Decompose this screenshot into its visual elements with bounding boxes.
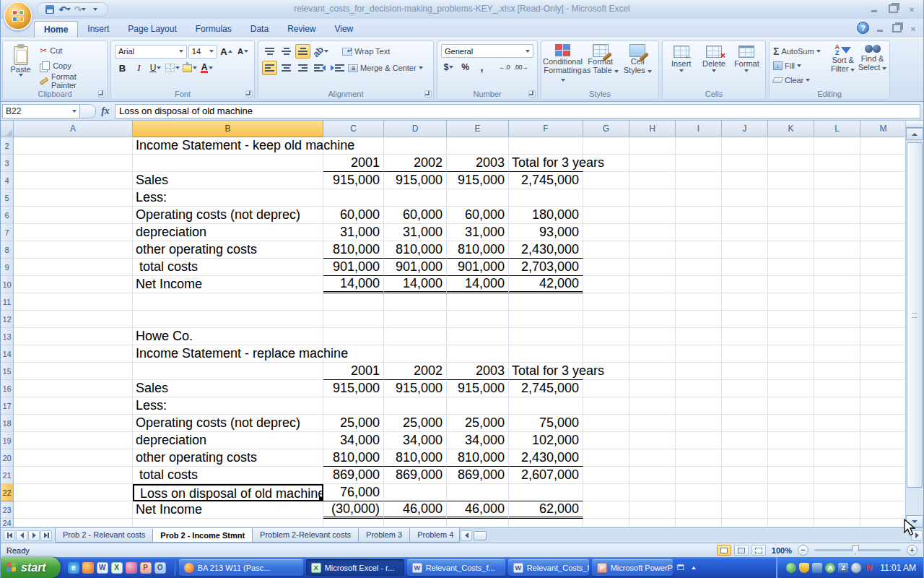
taskbar-button-microsoft-powerpo[interactable]: PMicrosoft PowerPo...	[592, 559, 673, 576]
row-header-18[interactable]: 18	[1, 415, 14, 432]
cell-E7[interactable]: 31,000	[447, 224, 509, 241]
cell-I15[interactable]	[676, 363, 722, 380]
column-header-E[interactable]: E	[447, 121, 509, 137]
cell-D11[interactable]	[384, 293, 447, 311]
cell-B3[interactable]	[133, 155, 323, 172]
cell-E5[interactable]	[447, 189, 509, 207]
cell-K19[interactable]	[768, 432, 814, 449]
cell-G4[interactable]	[583, 172, 629, 189]
cell-L7[interactable]	[814, 224, 860, 241]
row-header-15[interactable]: 15	[1, 363, 14, 380]
cell-E6[interactable]: 60,000	[447, 207, 509, 224]
cell-A6[interactable]	[14, 207, 133, 224]
cell-K22[interactable]	[768, 484, 814, 501]
cell-A5[interactable]	[14, 189, 133, 207]
cell-M21[interactable]	[860, 467, 907, 484]
cell-K10[interactable]	[768, 276, 814, 293]
column-header-A[interactable]: A	[14, 121, 133, 137]
number-dialog-launcher[interactable]	[528, 90, 536, 98]
clipboard-dialog-launcher[interactable]	[98, 90, 105, 98]
hidden-icons-button[interactable]	[687, 561, 700, 575]
cell-I23[interactable]	[676, 501, 722, 519]
cell-H16[interactable]	[629, 380, 676, 397]
tray-blue-tool-icon[interactable]	[812, 563, 822, 573]
cell-A15[interactable]	[14, 363, 133, 380]
delete-cells-button[interactable]: × Delete	[697, 43, 730, 90]
cell-I24[interactable]	[676, 519, 722, 527]
tray-green-ball-icon[interactable]	[786, 563, 796, 573]
cell-H13[interactable]	[629, 328, 676, 345]
cell-J8[interactable]	[722, 241, 768, 259]
clear-button[interactable]: Clear	[773, 73, 828, 87]
cell-D24[interactable]	[384, 519, 447, 527]
cell-E22[interactable]	[447, 484, 509, 501]
ribbon-tab-formulas[interactable]: Formulas	[186, 21, 241, 38]
cell-F13[interactable]	[509, 328, 583, 345]
cell-J22[interactable]	[722, 484, 768, 501]
cell-F14[interactable]	[509, 345, 583, 363]
cell-H21[interactable]	[629, 467, 676, 484]
cell-B17[interactable]: Less:	[133, 397, 323, 415]
cell-D5[interactable]	[384, 189, 447, 207]
cell-K6[interactable]	[768, 207, 814, 224]
cell-H22[interactable]	[629, 484, 676, 501]
paste-button[interactable]: Paste	[5, 43, 36, 90]
cell-G23[interactable]	[583, 501, 629, 519]
ribbon-tab-insert[interactable]: Insert	[78, 21, 118, 38]
ribbon-tab-page-layout[interactable]: Page Layout	[118, 21, 186, 38]
cell-H6[interactable]	[629, 207, 676, 224]
page-break-view-button[interactable]	[751, 545, 766, 556]
cell-L5[interactable]	[814, 189, 860, 207]
cell-A16[interactable]	[14, 380, 133, 397]
cell-K16[interactable]	[768, 380, 814, 397]
word-quicklaunch-icon[interactable]: W	[97, 562, 108, 574]
column-header-F[interactable]: F	[509, 121, 583, 137]
cell-L14[interactable]	[814, 345, 860, 363]
cell-C11[interactable]	[323, 293, 384, 311]
cell-G6[interactable]	[583, 207, 629, 224]
cell-D6[interactable]: 60,000	[384, 207, 447, 224]
row-header-13[interactable]: 13	[1, 328, 14, 345]
cell-G14[interactable]	[583, 345, 629, 363]
row-header-16[interactable]: 16	[1, 380, 14, 397]
cell-F19[interactable]: 102,000	[509, 432, 583, 449]
cell-H18[interactable]	[629, 415, 676, 432]
name-box[interactable]: B22	[2, 104, 80, 118]
cell-C5[interactable]	[323, 189, 384, 207]
cell-J23[interactable]	[722, 501, 768, 519]
cell-A12[interactable]	[14, 311, 133, 328]
cell-K11[interactable]	[768, 293, 814, 311]
cell-A17[interactable]	[14, 397, 133, 415]
cell-B13[interactable]: Howe Co.	[133, 328, 323, 345]
column-header-D[interactable]: D	[384, 121, 447, 137]
find-select-button[interactable]: Find &Select	[858, 43, 887, 90]
cell-B24[interactable]	[133, 519, 323, 527]
zoom-slider-thumb[interactable]	[852, 545, 859, 555]
cell-A11[interactable]	[14, 293, 133, 311]
cell-M6[interactable]	[860, 207, 907, 224]
cell-G20[interactable]	[583, 449, 629, 467]
cell-G11[interactable]	[583, 293, 629, 311]
number-format-select[interactable]: General	[441, 44, 533, 58]
grow-font-button[interactable]: A	[219, 44, 234, 59]
cell-C17[interactable]	[323, 397, 384, 415]
cell-G17[interactable]	[583, 397, 629, 415]
cell-M8[interactable]	[860, 241, 907, 259]
cell-D2[interactable]	[384, 137, 447, 155]
tray-yellow-shield-icon[interactable]	[799, 563, 809, 573]
excel-quicklaunch-icon[interactable]: X	[111, 562, 123, 574]
cell-I19[interactable]	[676, 432, 722, 449]
cell-M7[interactable]	[860, 224, 907, 241]
cell-K5[interactable]	[768, 189, 814, 207]
last-sheet-button[interactable]	[40, 530, 52, 541]
cell-D20[interactable]: 810,000	[384, 449, 447, 467]
cell-M18[interactable]	[860, 415, 907, 432]
cell-L3[interactable]	[814, 155, 860, 172]
cell-K23[interactable]	[768, 501, 814, 519]
cell-H12[interactable]	[629, 311, 676, 328]
column-header-K[interactable]: K	[768, 121, 814, 137]
cell-E16[interactable]: 915,000	[447, 380, 509, 397]
font-color-button[interactable]: A	[199, 61, 214, 75]
cell-A10[interactable]	[14, 276, 133, 293]
workbook-minimize-button[interactable]	[874, 23, 886, 33]
